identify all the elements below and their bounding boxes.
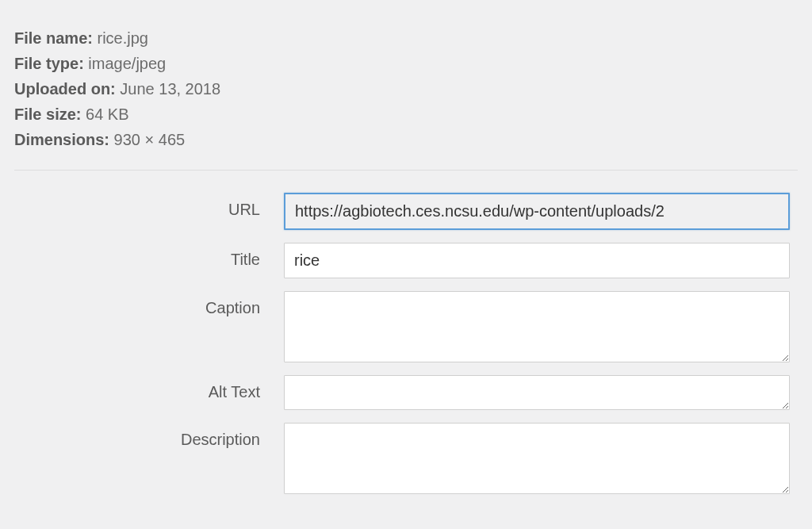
url-row: URL bbox=[14, 193, 790, 230]
alt-text-label: Alt Text bbox=[14, 375, 284, 401]
file-type-row: File type: image/jpeg bbox=[14, 51, 798, 76]
attachment-form: URL Title Caption Alt Text Description bbox=[14, 193, 798, 494]
title-row: Title bbox=[14, 243, 790, 278]
title-label: Title bbox=[14, 243, 284, 269]
caption-label: Caption bbox=[14, 291, 284, 317]
alt-text-textarea[interactable] bbox=[284, 375, 790, 410]
dimensions-label: Dimensions: bbox=[14, 131, 109, 148]
file-name-value: rice.jpg bbox=[97, 29, 147, 47]
caption-row: Caption bbox=[14, 291, 790, 362]
description-label: Description bbox=[14, 423, 284, 449]
dimensions-value: 930 × 465 bbox=[114, 131, 186, 148]
uploaded-on-row: Uploaded on: June 13, 2018 bbox=[14, 76, 798, 102]
dimensions-row: Dimensions: 930 × 465 bbox=[14, 127, 798, 152]
description-row: Description bbox=[14, 423, 790, 494]
file-size-row: File size: 64 KB bbox=[14, 102, 798, 127]
file-size-value: 64 KB bbox=[86, 105, 128, 123]
file-name-row: File name: rice.jpg bbox=[14, 25, 798, 51]
file-type-label: File type: bbox=[14, 55, 84, 72]
uploaded-on-value: June 13, 2018 bbox=[120, 80, 220, 98]
uploaded-on-label: Uploaded on: bbox=[14, 80, 116, 98]
file-size-label: File size: bbox=[14, 105, 81, 123]
alt-text-row: Alt Text bbox=[14, 375, 790, 410]
file-metadata-section: File name: rice.jpg File type: image/jpe… bbox=[14, 14, 798, 171]
title-input[interactable] bbox=[284, 243, 790, 278]
file-name-label: File name: bbox=[14, 29, 93, 47]
file-type-value: image/jpeg bbox=[88, 55, 166, 72]
url-input[interactable] bbox=[284, 193, 790, 230]
url-label: URL bbox=[14, 193, 284, 219]
description-textarea[interactable] bbox=[284, 423, 790, 494]
caption-textarea[interactable] bbox=[284, 291, 790, 362]
